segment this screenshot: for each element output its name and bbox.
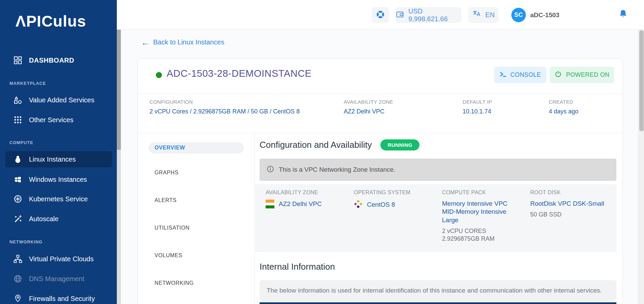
console-button-label: CONSOLE [510,71,541,78]
globe-icon [13,274,22,283]
sidebar-item-label: Other Services [29,116,73,124]
sidebar-item-windows-instances[interactable]: Windows Instances [5,171,112,188]
topbar: USD 9,998,621.66 EN SC aDC-1503 [121,0,644,30]
sidebar-item-label: DASHBOARD [29,57,74,64]
kubernetes-icon [13,195,22,203]
windows-icon [13,175,22,184]
balance-amount: USD 9,998,621.66 [408,7,462,23]
sidebar-item-dns-management[interactable]: DNS Management [5,271,112,287]
sidebar-item-label: Firewalls and Security [29,295,95,303]
power-icon [554,70,562,80]
language-code: EN [485,11,495,19]
console-button[interactable]: CONSOLE [494,67,546,83]
network-tree-icon [13,255,22,263]
sidebar-item-label: Autoscale [29,215,59,223]
tab-alerts[interactable]: ALERTS [155,197,177,203]
wallet-balance[interactable]: USD 9,998,621.66 [396,7,462,23]
dashboard-icon [13,56,22,65]
lifebuoy-icon [375,9,385,21]
avatar-initials: SC [514,11,523,19]
sidebar-section-compute: COMPUTE [9,140,33,145]
back-link-label: Back to Linux Instances [153,38,224,46]
vpc-info-alert: This is a VPC Networking Zone Instance. [260,159,616,181]
internal-information-note: The below information is used for intern… [260,280,616,301]
sidebar-item-label: Windows Instances [29,176,87,183]
internal-note-text: The below information is used for intern… [267,287,602,294]
sidebar-item-dashboard[interactable]: DASHBOARD [5,52,112,68]
root-disk-link[interactable]: RootDisk VPC DSK-Small [530,200,604,208]
help-button[interactable] [372,7,389,23]
sidebar-section-marketplace: MARKETPLACE [9,81,46,86]
sidebar-item-other-services[interactable]: Other Services [5,112,112,128]
main-content: ← Back to Linux Instances ADC-1503-28-DE… [121,30,638,304]
account-name: aDC-1503 [530,11,560,19]
summary-created: CREATED 4 days ago [549,99,578,115]
instance-status-dot [156,72,162,78]
power-button-label: POWERED ON [566,71,609,78]
section-title: Configuration and Availability [260,140,372,150]
power-status-button[interactable]: POWERED ON [550,67,614,83]
sidebar-section-networking: NETWORKING [9,239,42,244]
sidebar-scrollbar[interactable] [117,30,121,304]
grid-dots-icon [13,115,22,124]
sidebar-item-linux-instances[interactable]: Linux Instances [5,151,112,167]
detail-operating-system: OPERATING SYSTEM CentOS 8 [354,190,436,210]
sidebar-item-virtual-private-clouds[interactable]: Virtual Private Clouds [5,251,112,267]
tab-networking[interactable]: NETWORKING [155,280,194,286]
tab-utilisation[interactable]: UTILISATION [155,225,190,231]
india-flag-icon [266,200,274,208]
back-arrow-icon: ← [141,39,150,46]
compute-pack-ram: 2.9296875GB RAM [442,235,524,243]
root-disk-size: 50 GB SSD [530,211,613,218]
sidebar-item-firewalls-and-security[interactable]: Firewalls and Security [5,291,112,304]
detail-compute-pack: COMPUTE PACK Memory Intensive VPC MID-Me… [442,190,524,242]
sidebar-item-label: Linux Instances [29,156,76,163]
sidebar-item-label: Value Added Services [29,96,94,104]
penguin-icon [13,155,22,164]
location-pin-icon [13,294,22,303]
bottom-section-peek [260,302,616,304]
summary-availability-zone: AVAILABILITY ZONE AZ2 Delhi VPC [344,99,393,115]
info-circle-icon [266,165,274,174]
shapes-icon [13,96,22,104]
user-avatar[interactable]: SC [511,8,526,22]
os-link[interactable]: CentOS 8 [367,201,395,209]
apiculus-logo: ΛPICulus [15,12,86,30]
detail-availability-zone: AVAILABILITY ZONE AZ2 Delhi VPC [266,190,348,208]
back-to-linux-instances-link[interactable]: ← Back to Linux Instances [141,38,224,46]
sidebar-item-label: Kubernetes Service [29,195,88,203]
detail-root-disk: ROOT DISK RootDisk VPC DSK-Small 50 GB S… [530,190,613,218]
compute-pack-link[interactable]: Memory Intensive VPC MID-Memory Intensiv… [442,200,513,224]
language-selector[interactable]: EN [468,7,499,23]
notifications-bell-icon[interactable] [618,9,628,21]
magic-wand-icon [13,214,22,223]
wallet-icon [396,10,404,20]
compute-pack-cores: 2 vCPU CORES [442,227,524,235]
tab-graphs[interactable]: GRAPHS [155,170,178,176]
tab-overview[interactable]: OVERVIEW [148,142,244,154]
sidebar-item-label: Virtual Private Clouds [29,255,94,263]
translate-icon [472,10,481,20]
zone-link[interactable]: AZ2 Delhi VPC [279,200,322,208]
centos-icon [354,200,363,210]
instance-summary-row: CONFIGURATION 2 vCPU Cores / 2.9296875GB… [138,94,622,133]
overview-header: Configuration and Availability RUNNING [260,139,419,150]
internal-information-title: Internal Information [260,262,335,272]
sidebar-item-value-added-services[interactable]: Value Added Services [5,92,112,108]
sidebar-item-kubernetes-service[interactable]: Kubernetes Service [5,191,112,207]
sidebar: ΛPICulus DASHBOARD MARKETPLACE Value Add… [0,0,117,304]
tab-volumes[interactable]: VOLUMES [155,252,182,259]
page-scrollbar[interactable] [638,30,644,304]
instance-name: ADC-1503-28-DEMOINSTANCE [167,68,311,79]
sidebar-item-autoscale[interactable]: Autoscale [5,211,112,227]
running-status-badge: RUNNING [380,139,419,150]
sidebar-scrollbar-thumb[interactable] [117,30,121,150]
instance-card: ADC-1503-28-DEMOINSTANCE CONSOLE POWERED… [137,58,623,304]
alert-message: This is a VPC Networking Zone Instance. [279,166,395,173]
configuration-detail-panel: AVAILABILITY ZONE AZ2 Delhi VPC OPERATIN… [255,184,616,252]
summary-default-ip: DEFAULT IP 10.10.1.74 [463,99,492,115]
page-scrollbar-thumb[interactable] [639,30,644,131]
sidebar-item-label: DNS Management [29,275,84,283]
summary-configuration: CONFIGURATION 2 vCPU Cores / 2.9296875GB… [149,99,300,115]
terminal-icon [500,71,507,79]
